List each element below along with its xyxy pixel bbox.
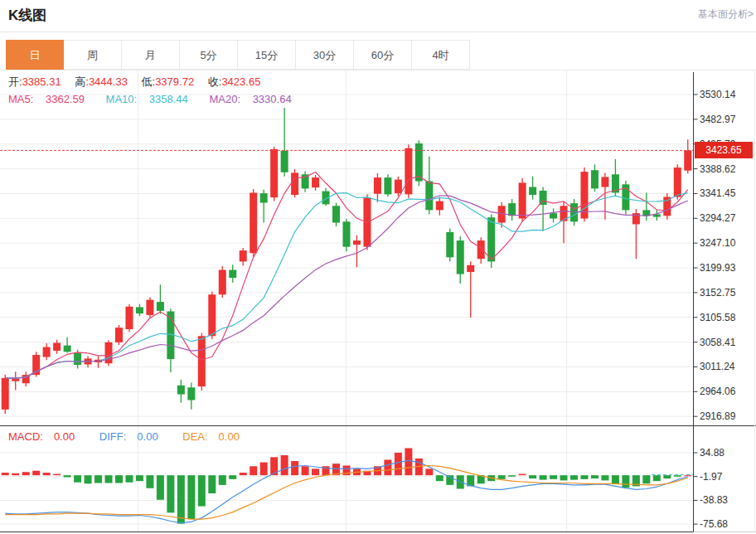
tab-15min[interactable]: 15分: [238, 40, 296, 70]
page-title: K线图: [8, 6, 46, 25]
tab-30min[interactable]: 30分: [296, 40, 354, 70]
tab-day[interactable]: 日: [6, 40, 64, 70]
ohlc-legend: 开:3385.31 高:3444.33 低:3379.72 收:3423.65: [8, 75, 271, 90]
svg-text:3294.27: 3294.27: [700, 212, 736, 224]
svg-text:3152.75: 3152.75: [700, 287, 736, 299]
svg-text:34.88: 34.88: [700, 447, 724, 459]
close-value: 3423.65: [221, 75, 260, 88]
candlestick-macd-chart: 3530.143482.973435.793388.623341.453294.…: [0, 70, 756, 534]
page-header: K线图 基本面分析>: [0, 0, 756, 32]
diff-value-legend: DIFF:0.00: [99, 430, 169, 443]
tab-4hour[interactable]: 4时: [412, 40, 470, 70]
high-label: 高:: [75, 75, 89, 88]
svg-text:3341.45: 3341.45: [700, 187, 736, 199]
period-tab-bar: 日 周 月 5分 15分 30分 60分 4时: [6, 40, 470, 70]
tab-60min[interactable]: 60分: [354, 40, 412, 70]
current-price-tag: 3423.65: [695, 142, 753, 158]
svg-text:3482.97: 3482.97: [700, 114, 736, 125]
svg-text:3105.58: 3105.58: [700, 312, 736, 323]
svg-text:3247.10: 3247.10: [700, 237, 736, 249]
ma10-legend: MA10: 3358.44: [106, 93, 197, 105]
svg-text:3530.14: 3530.14: [700, 89, 736, 100]
tab-week[interactable]: 周: [64, 40, 122, 70]
svg-text:-75.68: -75.68: [700, 518, 728, 530]
dea-value-legend: DEA:0.00: [182, 430, 250, 443]
open-value: 3385.31: [22, 75, 61, 88]
fundamental-analysis-link[interactable]: 基本面分析>: [698, 7, 754, 22]
svg-text:2964.06: 2964.06: [700, 386, 736, 397]
svg-text:-1.97: -1.97: [700, 471, 723, 483]
tab-month[interactable]: 月: [122, 40, 180, 70]
tab-5min[interactable]: 5分: [180, 40, 238, 70]
svg-text:3199.93: 3199.93: [700, 262, 736, 274]
macd-legend: MACD:0.00 DIFF:0.00 DEA:0.00: [8, 430, 261, 443]
svg-text:-38.83: -38.83: [700, 494, 728, 506]
ma-legend: MA5: 3362.59 MA10: 3358.44 MA20: 3330.64: [8, 93, 310, 105]
macd-value-legend: MACD:0.00: [8, 430, 85, 443]
low-value: 3379.72: [155, 75, 194, 88]
low-label: 低:: [142, 75, 156, 88]
close-label: 收:: [208, 75, 222, 88]
high-value: 3444.33: [89, 75, 128, 88]
open-label: 开:: [8, 75, 22, 88]
svg-text:3011.24: 3011.24: [700, 361, 735, 372]
svg-text:2916.89: 2916.89: [700, 410, 736, 422]
ma5-legend: MA5: 3362.59: [8, 93, 94, 105]
ma20-legend: MA20: 3330.64: [209, 93, 300, 105]
svg-text:3388.62: 3388.62: [700, 163, 736, 175]
svg-text:3058.41: 3058.41: [700, 337, 736, 348]
